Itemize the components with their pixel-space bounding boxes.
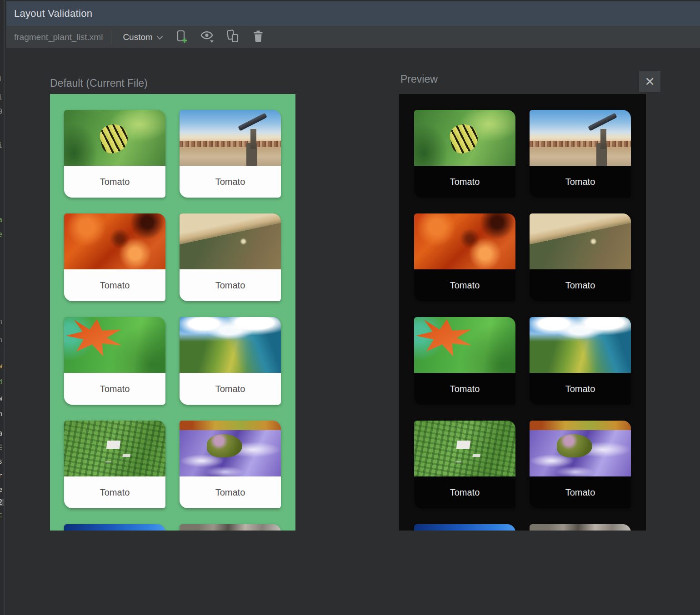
configuration-set-dropdown[interactable]: Custom: [123, 32, 163, 42]
aerial-farm-image: [64, 421, 165, 476]
plant-name-label: Tomato: [530, 373, 631, 405]
trash-icon: [253, 30, 263, 45]
blue-sky-image: [414, 524, 515, 531]
plant-name-label: Tomato: [64, 269, 165, 301]
configuration-set-label: Custom: [123, 32, 152, 42]
plant-name-label: Tomato: [180, 166, 281, 198]
editor-edge-glyph: E: [0, 444, 4, 451]
plant-name-label: Tomato: [530, 476, 631, 508]
plant-card: Tomato: [64, 421, 165, 508]
editor-edge-glyph: a: [0, 216, 4, 223]
plant-name-label: Tomato: [414, 373, 515, 405]
close-icon: ✕: [645, 74, 655, 89]
wood-droplets-image: [530, 213, 631, 269]
blue-sky-image: [64, 524, 165, 531]
toggle-visibility-button[interactable]: [200, 30, 214, 45]
plant-card: Tomato: [180, 110, 281, 198]
eye-icon: [200, 30, 215, 45]
editor-edge-glyph: w: [0, 395, 4, 402]
plant-name-label: Tomato: [530, 269, 631, 301]
plant-name-label: Tomato: [64, 373, 165, 405]
maple-leaf-green-image: [64, 317, 165, 373]
editor-edge-glyph: ▍: [0, 607, 4, 614]
editor-edge-glyph: w: [0, 362, 4, 370]
editor-edge-glyph: i: [0, 75, 4, 83]
editor-edge-glyph: n: [0, 318, 4, 325]
gray-mountains-image: [530, 524, 631, 531]
editor-edge-glyph: r: [0, 472, 4, 480]
plant-card: Tomato: [64, 524, 165, 531]
editor-edge-glyph: n: [0, 336, 4, 343]
plant-name-label: Tomato: [414, 166, 515, 198]
duplicate-device-icon: [226, 30, 240, 45]
plant-card: Tomato: [180, 421, 281, 508]
plant-card: Tomato: [530, 524, 631, 531]
plant-card: Tomato: [414, 213, 515, 301]
gray-mountains-image: [180, 524, 281, 531]
caterpillar-image: [64, 110, 165, 166]
current-file-label: fragment_plant_list.xml: [14, 32, 103, 42]
plant-card: Tomato: [64, 110, 165, 198]
aerial-coastline-image: [180, 317, 281, 373]
toolbar: fragment_plant_list.xml Custom: [6, 26, 700, 49]
editor-edge-divider: [4, 0, 5, 615]
editor-edge-glyph: e: [0, 231, 4, 238]
plant-name-label: Tomato: [64, 166, 165, 198]
close-preview-button[interactable]: ✕: [639, 71, 660, 92]
editor-edge-glyph: n: [0, 410, 4, 417]
default-panel-title: Default (Current File): [50, 77, 148, 89]
plant-name-label: Tomato: [530, 166, 631, 198]
editor-edge-glyph: 2: [0, 499, 4, 506]
editor-edge-glyph: i: [0, 142, 4, 149]
plant-card: Tomato: [414, 317, 515, 405]
default-preview-panel[interactable]: TomatoTomatoTomatoTomatoTomatoTomatoToma…: [50, 94, 295, 531]
plant-card: Tomato: [530, 317, 631, 405]
duplicate-device-button[interactable]: [226, 30, 240, 45]
plant-card: Tomato: [530, 421, 631, 508]
telescope-city-image: [530, 110, 631, 166]
tool-window-titlebar: Layout Validation: [6, 0, 700, 26]
plant-grid: TomatoTomatoTomatoTomatoTomatoTomatoToma…: [50, 94, 295, 531]
maple-leaves-image: [64, 213, 165, 269]
plant-card: Tomato: [530, 110, 631, 198]
plant-name-label: Tomato: [414, 476, 515, 508]
editor-edge-glyph: e: [0, 486, 4, 493]
maple-leaf-green-image: [414, 317, 515, 373]
plant-card: Tomato: [64, 317, 165, 405]
editor-edge-glyph: a: [0, 430, 4, 437]
editor-edge-sliver: ii0iaennwdwnaEsre2c▍: [0, 0, 6, 615]
purple-river-image: [530, 421, 631, 476]
plant-name-label: Tomato: [64, 476, 165, 508]
plant-name-label: Tomato: [414, 269, 515, 301]
plant-card: Tomato: [180, 213, 281, 301]
plant-card: Tomato: [530, 213, 631, 301]
tool-window-title: Layout Validation: [14, 8, 92, 20]
toolbar-separator: [111, 30, 111, 44]
editor-edge-glyph: s: [0, 458, 4, 465]
aerial-farm-image: [414, 421, 515, 476]
plant-card: Tomato: [414, 524, 515, 531]
chevron-down-icon: [153, 32, 163, 42]
caterpillar-image: [414, 110, 515, 166]
preview-panel-title: Preview: [400, 73, 438, 85]
wood-droplets-image: [180, 213, 281, 269]
maple-leaves-image: [414, 213, 515, 269]
plant-name-label: Tomato: [180, 373, 281, 405]
plant-name-label: Tomato: [180, 476, 281, 508]
plant-card: Tomato: [414, 110, 515, 198]
layout-validation-window: ii0iaennwdwnaEsre2c▍ Layout Validation f…: [0, 0, 700, 615]
plant-card: Tomato: [180, 317, 281, 405]
telescope-city-image: [180, 110, 281, 166]
delete-button[interactable]: [251, 30, 265, 45]
plant-grid: TomatoTomatoTomatoTomatoTomatoTomatoToma…: [399, 94, 646, 531]
add-device-button[interactable]: [175, 30, 189, 45]
dark-preview-panel[interactable]: TomatoTomatoTomatoTomatoTomatoTomatoToma…: [399, 94, 646, 531]
plant-card: Tomato: [64, 213, 165, 301]
plant-card: Tomato: [180, 524, 281, 531]
editor-edge-glyph: 0: [0, 108, 4, 115]
purple-river-image: [180, 421, 281, 476]
aerial-coastline-image: [530, 317, 631, 373]
editor-edge-glyph: c: [0, 511, 4, 519]
plant-name-label: Tomato: [180, 269, 281, 301]
editor-edge-glyph: i: [0, 94, 4, 101]
